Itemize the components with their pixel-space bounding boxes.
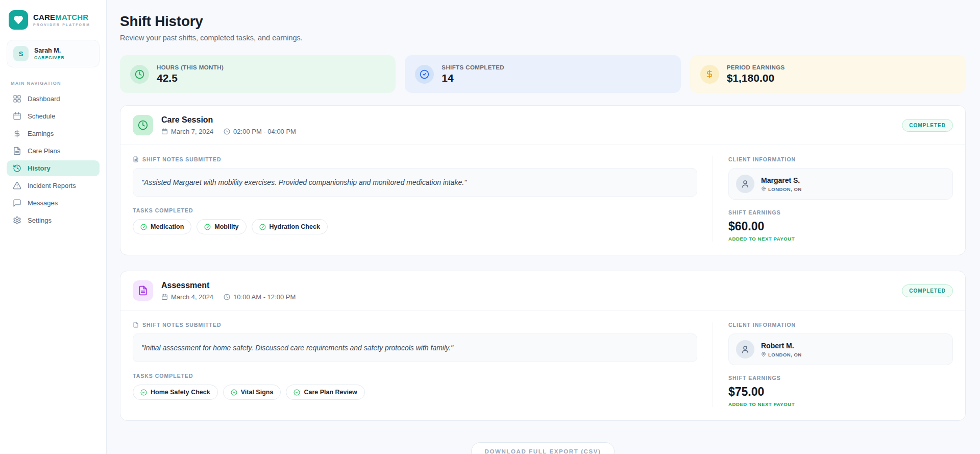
- tasks-completed-label: TASKS COMPLETED: [133, 373, 697, 379]
- file-icon: [133, 156, 139, 162]
- sidebar-item-label: Incident Reports: [28, 182, 76, 189]
- shift-header: Care Session March 7, 2024 02:00 PM - 04…: [120, 106, 965, 145]
- client-location: LONDON, ON: [761, 352, 802, 357]
- calendar-icon: [13, 112, 21, 121]
- sidebar-item-label: Care Plans: [28, 147, 60, 155]
- sidebar-item-schedule[interactable]: Schedule: [7, 108, 100, 124]
- person-icon: [736, 340, 754, 359]
- check-circle-icon: [415, 65, 434, 84]
- shift-notes-label: SHIFT NOTES SUBMITTED: [133, 322, 697, 328]
- sidebar-item-label: Settings: [28, 217, 52, 224]
- sidebar: CAREMATCHR PROVIDER PLATFORM S Sarah M. …: [0, 0, 107, 454]
- check-circle-icon: [231, 389, 237, 396]
- check-circle-icon: [140, 224, 147, 230]
- shift-date: March 7, 2024: [171, 128, 213, 135]
- tasks-completed-label: TASKS COMPLETED: [133, 207, 697, 213]
- shift-type: Care Session: [161, 115, 296, 125]
- nav-section-label: MAIN NAVIGATION: [11, 81, 95, 86]
- client-card: Robert M. LONDON, ON: [728, 333, 953, 365]
- alert-triangle-icon: [13, 181, 21, 190]
- check-circle-icon: [259, 224, 266, 230]
- shift-earnings-label: SHIFT EARNINGS: [728, 375, 953, 381]
- download-export-button[interactable]: DOWNLOAD FULL EXPORT (CSV): [471, 442, 615, 454]
- clock-icon: [130, 65, 149, 84]
- calendar-icon: [161, 128, 168, 135]
- sidebar-item-earnings[interactable]: Earnings: [7, 126, 100, 141]
- task-pill-row: Medication Mobility Hydration Check: [133, 219, 697, 234]
- stat-value: $1,180.00: [727, 72, 785, 84]
- app-window: CAREMATCHR PROVIDER PLATFORM S Sarah M. …: [0, 0, 980, 454]
- message-icon: [13, 199, 21, 207]
- sidebar-item-history[interactable]: History: [7, 160, 100, 176]
- stat-card-earnings: PERIOD EARNINGS $1,180.00: [690, 55, 966, 93]
- client-info-label: CLIENT INFORMATION: [728, 322, 953, 328]
- shift-header: Assessment March 4, 2024 10:00 AM - 12:0…: [120, 271, 965, 310]
- check-circle-icon: [293, 389, 300, 396]
- status-badge: COMPLETED: [902, 284, 953, 297]
- sidebar-item-label: Messages: [28, 199, 58, 207]
- shift-meta: March 4, 2024 10:00 AM - 12:00 PM: [161, 293, 296, 301]
- shift-date: March 4, 2024: [171, 293, 213, 301]
- stat-value: 42.5: [157, 72, 224, 84]
- shift-notes-label: SHIFT NOTES SUBMITTED: [133, 156, 697, 162]
- task-pill: Home Safety Check: [133, 385, 218, 400]
- page-title: Shift History: [120, 13, 966, 30]
- task-pill-row: Home Safety Check Vital Signs Care Plan …: [133, 385, 697, 400]
- shift-card: Assessment March 4, 2024 10:00 AM - 12:0…: [120, 271, 966, 421]
- main-content: Shift History Review your past shifts, c…: [107, 0, 980, 454]
- brand-name: CAREMATCHR: [33, 13, 90, 22]
- shift-notes: "Assisted Margaret with mobility exercis…: [133, 168, 697, 197]
- client-name: Robert M.: [761, 342, 802, 350]
- person-icon: [736, 175, 754, 193]
- brand-logo[interactable]: CAREMATCHR PROVIDER PLATFORM: [7, 8, 100, 31]
- earnings-amount: $60.00: [728, 220, 953, 233]
- calendar-icon: [161, 294, 168, 300]
- sidebar-item-settings[interactable]: Settings: [7, 212, 100, 228]
- user-profile-card[interactable]: S Sarah M. CAREGIVER: [7, 40, 100, 67]
- sidebar-item-care-plans[interactable]: Care Plans: [7, 143, 100, 159]
- stat-card-shifts: SHIFTS COMPLETED 14: [405, 55, 680, 93]
- sidebar-item-dashboard[interactable]: Dashboard: [7, 91, 100, 107]
- stat-card-hours: HOURS (THIS MONTH) 42.5: [120, 55, 396, 93]
- heart-icon: [9, 10, 28, 30]
- user-name: Sarah M.: [34, 47, 65, 54]
- stat-label: PERIOD EARNINGS: [727, 64, 785, 70]
- file-text-icon: [133, 280, 153, 301]
- client-location: LONDON, ON: [761, 186, 802, 192]
- task-pill: Vital Signs: [223, 385, 281, 400]
- sidebar-item-label: Schedule: [28, 112, 55, 120]
- client-card: Margaret S. LONDON, ON: [728, 168, 953, 200]
- task-pill: Hydration Check: [252, 219, 328, 234]
- sidebar-item-label: Dashboard: [28, 95, 60, 103]
- page-subtitle: Review your past shifts, completed tasks…: [120, 34, 966, 42]
- file-icon: [13, 147, 21, 155]
- clock-icon: [224, 294, 230, 300]
- check-circle-icon: [204, 224, 211, 230]
- shift-type: Assessment: [161, 281, 296, 290]
- stat-value: 14: [442, 72, 504, 84]
- task-pill: Medication: [133, 219, 191, 234]
- map-pin-icon: [761, 352, 766, 357]
- main-navigation: Dashboard Schedule Earnings Care Plans H…: [7, 91, 100, 228]
- client-name: Margaret S.: [761, 176, 802, 184]
- file-icon: [133, 322, 139, 328]
- shift-meta: March 7, 2024 02:00 PM - 04:00 PM: [161, 128, 296, 135]
- history-icon: [13, 164, 21, 173]
- avatar: S: [13, 46, 29, 61]
- sidebar-item-label: Earnings: [28, 130, 54, 137]
- sidebar-item-incident-reports[interactable]: Incident Reports: [7, 178, 100, 194]
- dollar-icon: [13, 129, 21, 138]
- earnings-note: ADDED TO NEXT PAYOUT: [728, 401, 953, 407]
- brand-tagline: PROVIDER PLATFORM: [33, 23, 90, 27]
- clock-icon: [133, 115, 153, 135]
- check-circle-icon: [140, 389, 147, 396]
- footer: DOWNLOAD FULL EXPORT (CSV): [120, 442, 966, 454]
- sidebar-item-label: History: [28, 164, 51, 172]
- map-pin-icon: [761, 186, 766, 192]
- brand-text: CAREMATCHR PROVIDER PLATFORM: [33, 13, 90, 27]
- clock-icon: [224, 128, 230, 135]
- status-badge: COMPLETED: [902, 119, 953, 132]
- stat-label: HOURS (THIS MONTH): [157, 64, 224, 70]
- task-pill: Care Plan Review: [286, 385, 364, 400]
- sidebar-item-messages[interactable]: Messages: [7, 195, 100, 211]
